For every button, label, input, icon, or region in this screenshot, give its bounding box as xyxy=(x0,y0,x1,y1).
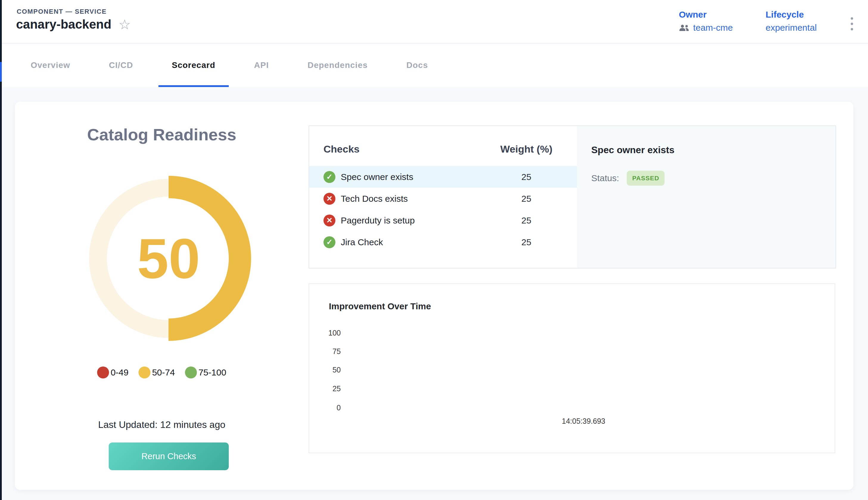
check-passed-icon: ✓ xyxy=(324,171,335,183)
entity-header: COMPONENT — SERVICE canary-backend ☆ Own… xyxy=(2,0,868,44)
check-name: Spec owner exists xyxy=(341,172,413,182)
legend-item-high: 75-100 xyxy=(185,366,226,378)
check-weight: 25 xyxy=(476,194,577,204)
owner-value: team-cme xyxy=(693,23,733,33)
y-axis-tick-25: 25 xyxy=(317,384,341,393)
rerun-checks-button[interactable]: Rerun Checks xyxy=(109,443,229,470)
lifecycle-block: Lifecycle experimental xyxy=(765,10,817,33)
lifecycle-label: Lifecycle xyxy=(765,10,817,20)
y-axis-tick-100: 100 xyxy=(317,329,341,337)
tab-cicd[interactable]: CI/CD xyxy=(96,44,147,87)
check-row-jira[interactable]: ✓ Jira Check 25 xyxy=(309,231,577,253)
status-row: Status: PASSED xyxy=(591,171,664,186)
check-weight: 25 xyxy=(476,172,577,182)
y-axis-tick-75: 75 xyxy=(317,347,341,356)
tab-overview[interactable]: Overview xyxy=(17,44,84,87)
page-title: canary-backend xyxy=(16,17,112,32)
check-row-spec-owner[interactable]: ✓ Spec owner exists 25 xyxy=(309,166,577,188)
tab-api[interactable]: API xyxy=(241,44,282,87)
check-name-cell: ✓ Spec owner exists xyxy=(324,171,476,183)
favorite-star-icon[interactable]: ☆ xyxy=(118,18,131,31)
checks-header-row: Checks Weight (%) xyxy=(309,143,577,155)
check-name: Jira Check xyxy=(341,237,383,247)
check-row-pagerduty[interactable]: ✕ Pagerduty is setup 25 xyxy=(309,209,577,231)
legend-dot-yellow xyxy=(139,366,150,378)
owner-block: Owner team-cme xyxy=(679,10,733,33)
checks-panel: Checks Weight (%) ✓ Spec owner exists 25… xyxy=(309,125,836,269)
owner-link[interactable]: team-cme xyxy=(679,23,733,33)
status-label: Status: xyxy=(591,173,619,183)
gauge-score: 50 xyxy=(85,175,252,342)
people-icon xyxy=(679,24,690,32)
legend-item-mid: 50-74 xyxy=(139,366,175,378)
check-name-cell: ✕ Pagerduty is setup xyxy=(324,215,476,226)
check-weight: 25 xyxy=(476,215,577,226)
readiness-gauge: 50 xyxy=(85,175,252,342)
check-failed-icon: ✕ xyxy=(324,215,335,226)
scorecard-title: Catalog Readiness xyxy=(15,125,309,144)
checks-header: Checks xyxy=(324,143,476,155)
legend-item-low: 0-49 xyxy=(97,366,128,378)
checks-rows: ✓ Spec owner exists 25 ✕ Tech Docs exist… xyxy=(309,166,577,253)
legend-label-high: 75-100 xyxy=(198,367,226,377)
weight-header: Weight (%) xyxy=(476,143,577,155)
checks-list-section: Checks Weight (%) ✓ Spec owner exists 25… xyxy=(309,126,577,268)
content-card: Catalog Readiness 50 0-49 50-74 75-100 xyxy=(15,102,853,490)
check-weight: 25 xyxy=(476,237,577,247)
check-row-tech-docs[interactable]: ✕ Tech Docs exists 25 xyxy=(309,188,577,209)
lifecycle-value: experimental xyxy=(765,23,817,33)
y-axis-tick-0: 0 xyxy=(317,404,341,412)
tab-dependencies[interactable]: Dependencies xyxy=(294,44,381,87)
legend-dot-green xyxy=(185,366,197,378)
kebab-menu-icon[interactable] xyxy=(849,16,854,32)
scorecard-column: Catalog Readiness 50 0-49 50-74 75-100 xyxy=(15,102,309,490)
x-axis-tick-timestamp: 14:05:39.693 xyxy=(539,417,628,425)
check-name-cell: ✓ Jira Check xyxy=(324,236,476,248)
y-axis-tick-50: 50 xyxy=(317,366,341,374)
entity-kicker: COMPONENT — SERVICE xyxy=(17,8,107,15)
tab-bar: Overview CI/CD Scorecard API Dependencie… xyxy=(2,44,868,87)
check-name: Tech Docs exists xyxy=(341,194,408,204)
gauge-legend: 0-49 50-74 75-100 xyxy=(15,366,309,378)
improvement-chart-panel: Improvement Over Time 100 75 50 25 0 14:… xyxy=(309,283,835,453)
owner-label: Owner xyxy=(679,10,733,20)
check-name: Pagerduty is setup xyxy=(341,215,415,226)
detail-title: Spec owner exists xyxy=(591,145,674,156)
legend-label-low: 0-49 xyxy=(111,367,128,377)
check-passed-icon: ✓ xyxy=(324,236,335,248)
window-root: { "header": { "kicker": "COMPONENT — SER… xyxy=(0,0,868,500)
window-left-edge-accent xyxy=(0,62,2,82)
entity-title-row: canary-backend ☆ xyxy=(16,17,131,32)
legend-dot-red xyxy=(97,366,109,378)
legend-label-mid: 50-74 xyxy=(152,367,175,377)
tab-scorecard[interactable]: Scorecard xyxy=(159,44,229,87)
check-failed-icon: ✕ xyxy=(324,193,335,205)
status-badge: PASSED xyxy=(627,171,664,186)
tab-docs[interactable]: Docs xyxy=(393,44,441,87)
header-meta: Owner team-cme Lifecycle experimental xyxy=(679,10,854,33)
check-name-cell: ✕ Tech Docs exists xyxy=(324,193,476,205)
last-updated-text: Last Updated: 12 minutes ago xyxy=(15,419,309,430)
chart-title: Improvement Over Time xyxy=(329,301,431,311)
check-detail-panel: Spec owner exists Status: PASSED xyxy=(577,126,835,268)
